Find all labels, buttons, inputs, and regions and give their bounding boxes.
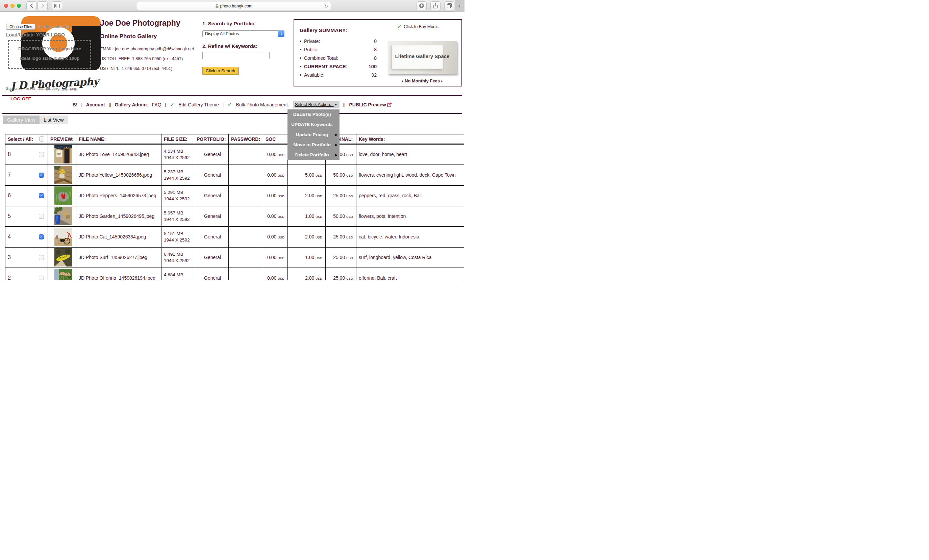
choose-files-button[interactable]: Choose Files: [6, 24, 35, 30]
select-dropdown-arrow-icon: ▼: [334, 103, 337, 106]
nav-b-link[interactable]: B!: [73, 102, 78, 107]
file-dimensions: 1944 X 2592: [164, 278, 194, 280]
summary-row-current-space: • CURRENT SPACE: 100: [300, 63, 377, 69]
logo-dropzone[interactable]: DRAG/DROP Your Logo Here ideal logo size…: [8, 40, 91, 69]
tab-list-view[interactable]: List View: [40, 116, 68, 124]
tabs-icon: [447, 3, 452, 8]
photo-thumbnail-cell[interactable]: [48, 206, 76, 226]
summary-row-private: • Private: 0: [300, 38, 377, 44]
social-price-cell: 0.00 USD: [263, 165, 288, 185]
forward-chevron-icon: [41, 3, 44, 8]
table-row: 2 JD Photo Offering_1459026194.jpeg 4.68…: [5, 268, 464, 280]
submenu-arrow-icon: ▶: [335, 150, 338, 160]
mid-price-cell: 2.00 USD: [288, 185, 326, 206]
keywords-cell: flowers, evening light, wood, deck, Cape…: [356, 165, 464, 185]
summary-row-public: • Public: 8: [300, 47, 377, 52]
bulk-action-select[interactable]: Select Bulk Action... ▼: [293, 101, 339, 109]
photo-thumbnail-cell[interactable]: [48, 185, 76, 206]
minimize-window-icon[interactable]: [11, 4, 15, 8]
original-price-cell: 50.00 USD: [326, 165, 356, 185]
thumbnail-yellow-flowers: [54, 166, 72, 184]
table-row: 4 JD Photo Cat_1459026334.jpeg 5.151 MB1…: [5, 226, 464, 247]
bullet-icon: •: [300, 47, 304, 52]
row-checkbox[interactable]: [39, 152, 44, 157]
photo-thumbnail-cell[interactable]: [48, 268, 76, 280]
keywords-input[interactable]: [202, 52, 270, 59]
file-name: JD Photo Garden_1459026495.jpeg: [76, 206, 161, 226]
nav-gallery-admin-label: Gallery Admin:: [115, 102, 148, 107]
file-size-mb: 4.684 MB: [164, 272, 194, 278]
file-size-mb: 4.534 MB: [164, 148, 194, 155]
table-row: 8 JD Photo Love_1459026943.jpeg 4.534 MB…: [5, 144, 464, 165]
mid-price-cell: 1.00 USD: [288, 206, 326, 226]
nav-separator: |: [165, 102, 166, 107]
downloads-button[interactable]: [417, 2, 427, 10]
keywords-cell: peppers, red, grass, rock, Bali: [356, 185, 464, 206]
close-window-icon[interactable]: [4, 4, 8, 8]
sidebar-toggle-button[interactable]: [52, 2, 62, 10]
portfolio-select[interactable]: Display All Photos ▲▼: [202, 31, 284, 37]
menu-item-update-keywords[interactable]: UPDATE Keywords: [287, 119, 339, 130]
submenu-arrow-icon: ▶: [335, 140, 338, 150]
menu-item-delete-photos[interactable]: DELETE Photo(s): [287, 109, 339, 119]
business-info: Joe Doe Photography Online Photo Gallery…: [100, 18, 194, 71]
reload-icon[interactable]: ↻: [324, 3, 328, 9]
public-preview-link[interactable]: PUBLIC Preview: [349, 102, 392, 107]
password-cell: [229, 185, 263, 206]
photo-number: 5: [8, 213, 11, 219]
search-step2-label: 2. Refine w/ Keywords:: [202, 43, 284, 49]
nav-edit-theme-link[interactable]: Edit Gallery Theme: [178, 102, 219, 107]
select-stepper-icon: ▲▼: [278, 31, 284, 37]
nav-bulk-mgmt-label: Bulk Photo Management:: [236, 102, 289, 107]
lifetime-gallery-space-image[interactable]: Lifetime Gallery Space: [388, 41, 457, 74]
browser-toolbar: photo.bangk.com ↻ +: [0, 0, 464, 12]
tab-overview-button[interactable]: [444, 2, 454, 10]
file-size-mb: 5.151 MB: [164, 230, 194, 237]
keywords-cell: surf, longboard, yellow, Costa Rica: [356, 247, 464, 268]
checkmark-icon: ✓: [227, 101, 232, 108]
forward-button[interactable]: [37, 2, 48, 10]
checkmark-icon: ✓: [397, 23, 402, 30]
photo-number: 3: [8, 254, 11, 260]
share-button[interactable]: [431, 2, 440, 10]
row-checkbox[interactable]: [39, 214, 44, 219]
nav-account-link[interactable]: Account: [86, 102, 105, 107]
new-tab-button[interactable]: +: [455, 0, 464, 12]
menu-item-delete-portfolio[interactable]: Delete Portfolio▶: [287, 150, 339, 160]
business-intl-phone: US / INT'L: 1 646 655 0714 (ext. 4451): [100, 66, 194, 71]
menu-item-update-pricing[interactable]: Update Pricing▶: [287, 130, 339, 140]
photo-number: 8: [8, 151, 11, 158]
nav-faq-link[interactable]: FAQ: [152, 102, 161, 107]
address-bar[interactable]: photo.bangk.com ↻: [137, 2, 331, 10]
row-checkbox[interactable]: [39, 275, 44, 280]
photo-thumbnail-cell[interactable]: [48, 247, 76, 268]
gallery-space-caption: Lifetime Gallery Space: [388, 54, 457, 59]
zoom-window-icon[interactable]: [17, 4, 21, 8]
menu-item-move-to-portfolio[interactable]: Move to Portfolio▶: [287, 140, 339, 150]
row-checkbox[interactable]: [39, 255, 44, 260]
row-checkbox[interactable]: [39, 173, 44, 177]
buy-more-link[interactable]: ✓ Click to Buy More...: [397, 23, 440, 30]
row-checkbox[interactable]: [39, 193, 44, 198]
tab-gallery-view[interactable]: Gallery View: [3, 116, 40, 124]
search-step1-label: 1. Search by Portfolio:: [202, 21, 284, 26]
bullet-icon: •: [300, 55, 304, 61]
photo-thumbnail-cell[interactable]: [48, 144, 76, 165]
search-button[interactable]: Click to Search: [202, 67, 239, 75]
business-email: EMAIL: joe-doe-photography-pdb@d6w.bangk…: [100, 47, 194, 51]
photo-thumbnail-cell[interactable]: [48, 226, 76, 247]
select-all-checkbox[interactable]: [39, 136, 44, 142]
header-select-all: Select / All:: [5, 135, 48, 144]
nav-separator: |: [222, 102, 224, 107]
business-tollfree: US TOLL FREE: 1 888 765 0950 (ext. 4451): [100, 57, 194, 61]
row-checkbox[interactable]: [39, 234, 44, 239]
photo-number: 7: [8, 172, 11, 178]
signature-logo: J D Photography: [10, 75, 98, 92]
social-price-cell: 0.00 USD: [263, 206, 288, 226]
window-controls[interactable]: [4, 4, 21, 8]
photo-thumbnail-cell[interactable]: [48, 165, 76, 185]
social-price-cell: 0.00 USD: [263, 185, 288, 206]
url-text: photo.bangk.com: [220, 4, 253, 8]
back-button[interactable]: [26, 2, 37, 10]
header-password: PASSWORD:: [229, 135, 263, 144]
